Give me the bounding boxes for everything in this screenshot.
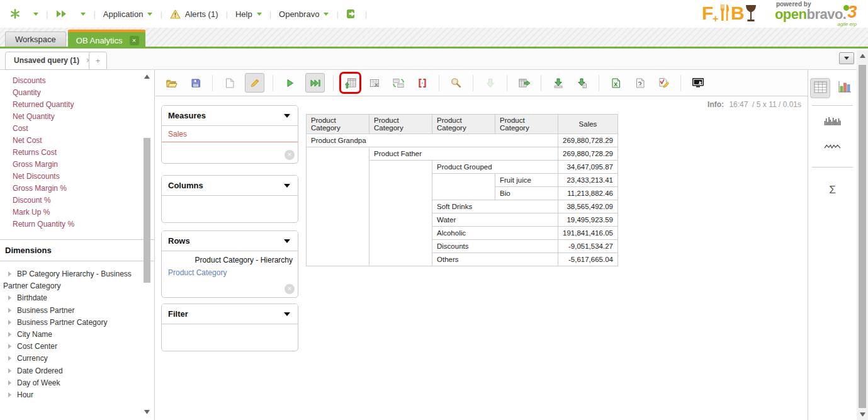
dimension-list-item[interactable]: Cost Center: [0, 341, 139, 353]
dimension-list-item[interactable]: Business Partner: [0, 305, 139, 317]
pivot-member-cell[interactable]: Fruit juice: [495, 174, 558, 187]
pivot-column-header[interactable]: Product Category: [307, 115, 369, 134]
dimension-list-item[interactable]: Currency: [0, 353, 139, 365]
columns-panel: Columns: [161, 175, 298, 223]
measure-list-item[interactable]: Net Cost: [13, 135, 135, 147]
window-tab-strip: Workspace OB Analytics ×: [0, 28, 868, 48]
screen-capture-button[interactable]: [689, 74, 706, 91]
new-query-button[interactable]: [221, 74, 238, 91]
open-query-button[interactable]: [163, 74, 180, 91]
pivot-member-cell[interactable]: Water: [432, 213, 558, 227]
histogram-button[interactable]: [808, 116, 857, 128]
dimension-list-item[interactable]: City Name: [0, 329, 139, 341]
columns-drop-zone[interactable]: [162, 196, 298, 222]
measure-list-item[interactable]: Returns Cost: [13, 147, 135, 159]
logout-button[interactable]: [345, 8, 359, 20]
query-tab-overflow-dropdown[interactable]: [839, 52, 854, 64]
pivot-member-cell[interactable]: Alcoholic: [432, 227, 558, 240]
swap-axis-button[interactable]: [390, 74, 407, 91]
measures-panel-header[interactable]: Measures: [162, 106, 298, 126]
measure-list-item[interactable]: Mark Up %: [13, 207, 135, 219]
recent-windows-dropdown[interactable]: [75, 11, 87, 17]
scroll-down-arrow-icon[interactable]: [860, 412, 865, 416]
export-xls-button[interactable]: X: [607, 74, 624, 91]
pivot-member-cell[interactable]: Product Grandpa: [307, 134, 558, 147]
toolbar-separator: [473, 75, 473, 91]
filter-panel-header[interactable]: Filter: [162, 304, 298, 324]
drill-through-button[interactable]: [516, 74, 533, 91]
zoom-mode-button[interactable]: [448, 74, 465, 91]
measure-list-item[interactable]: Returned Quantity: [13, 99, 135, 111]
tab-ob-analytics-label: OB Analytics: [76, 36, 123, 45]
measure-item-sales[interactable]: Sales: [162, 126, 298, 142]
add-query-tab-button[interactable]: +: [89, 52, 107, 70]
pivot-column-header[interactable]: Sales: [558, 115, 618, 134]
measure-list-item[interactable]: Cost: [13, 123, 135, 135]
measure-list-item[interactable]: Return Quantity %: [13, 219, 135, 230]
measure-list-item[interactable]: Gross Margin %: [13, 183, 135, 195]
table-mode-button[interactable]: [810, 78, 830, 98]
pivot-member-cell[interactable]: Discounts: [432, 240, 558, 253]
clear-rows-button[interactable]: ×: [285, 284, 295, 294]
openbravo-menu[interactable]: Openbravo: [278, 8, 330, 20]
pivot-member-cell[interactable]: Soft Drinks: [432, 200, 558, 213]
filter-drop-zone[interactable]: [162, 324, 298, 351]
pivot-column-header[interactable]: Product Category: [369, 115, 432, 134]
measure-list-item[interactable]: Discounts: [13, 75, 135, 87]
window-vertical-scrollbar[interactable]: [857, 50, 868, 420]
scrollbar-thumb[interactable]: [144, 138, 150, 283]
pivot-column-header[interactable]: Product Category: [432, 115, 495, 134]
toggle-parents-button[interactable]: [342, 74, 359, 91]
dimension-list-item[interactable]: Date Ordered: [0, 365, 139, 377]
pivot-member-cell[interactable]: Others: [432, 253, 558, 266]
workspace-menu-button[interactable]: [9, 8, 21, 20]
scrollbar-thumb[interactable]: [859, 65, 866, 408]
measure-list-item[interactable]: Net Quantity: [13, 111, 135, 123]
top-navigation-bar: | | Application | Alerts (1) | Help | Op…: [0, 0, 868, 28]
tab-unsaved-query[interactable]: Unsaved query (1)×: [5, 52, 99, 70]
pivot-member-cell[interactable]: Product Grouped: [432, 161, 558, 174]
pivot-member-cell[interactable]: Product Father: [369, 147, 558, 161]
measure-list-item[interactable]: Gross Margin: [13, 159, 135, 171]
clear-measures-button[interactable]: ×: [285, 150, 295, 160]
auto-run-button[interactable]: [305, 73, 325, 93]
dimension-list-item[interactable]: Business Partner Category: [0, 317, 139, 329]
run-query-button[interactable]: [281, 74, 298, 91]
dimension-list-item[interactable]: Hour: [0, 389, 139, 401]
measure-list-item[interactable]: Quantity: [13, 87, 135, 99]
totals-sigma-button[interactable]: Σ: [808, 184, 857, 196]
tab-workspace[interactable]: Workspace: [5, 31, 66, 47]
pivot-value-cell: -9,051,534.27: [558, 240, 618, 253]
pivot-member-cell[interactable]: Bio: [495, 187, 558, 200]
sidebar-scrollbar[interactable]: [142, 71, 152, 417]
scroll-down-arrow-icon[interactable]: [144, 410, 150, 414]
export-drill-query-button[interactable]: [573, 74, 590, 91]
pivot-column-header[interactable]: Product Category: [495, 115, 558, 134]
scroll-up-arrow-icon[interactable]: [860, 54, 865, 58]
tab-ob-analytics[interactable]: OB Analytics ×: [68, 30, 145, 47]
columns-panel-header[interactable]: Columns: [162, 176, 298, 196]
hide-blank-rows-button[interactable]: [366, 74, 383, 91]
dimension-list-item[interactable]: BP Category Hierarchy - Business Partner…: [0, 268, 139, 292]
measure-list-item[interactable]: Discount %: [13, 195, 135, 207]
rows-panel-header[interactable]: Rows: [162, 231, 298, 251]
rows-level-product-category[interactable]: Product Category: [162, 264, 298, 280]
edit-query-button[interactable]: [245, 73, 264, 93]
edit-mdx-button[interactable]: [655, 74, 672, 91]
alerts-button[interactable]: Alerts (1): [169, 8, 220, 20]
export-drill-data-button[interactable]: [550, 74, 566, 91]
non-empty-button[interactable]: [414, 74, 431, 91]
help-menu[interactable]: Help: [234, 8, 263, 20]
measure-list-item[interactable]: Net Discounts: [13, 171, 135, 183]
trend-line-button[interactable]: [808, 142, 857, 153]
dimension-list-item[interactable]: Day of Week: [0, 377, 139, 389]
close-tab-button[interactable]: ×: [130, 36, 139, 45]
workspace-menu-dropdown[interactable]: [28, 11, 40, 17]
dimension-list-item[interactable]: Birthdate: [0, 292, 139, 304]
export-csv-button[interactable]: [631, 74, 648, 91]
save-query-button[interactable]: [187, 74, 204, 91]
scroll-up-arrow-icon[interactable]: [144, 75, 150, 79]
chart-mode-button[interactable]: [835, 78, 855, 98]
recent-windows-button[interactable]: [54, 8, 69, 20]
application-menu[interactable]: Application: [102, 8, 154, 20]
